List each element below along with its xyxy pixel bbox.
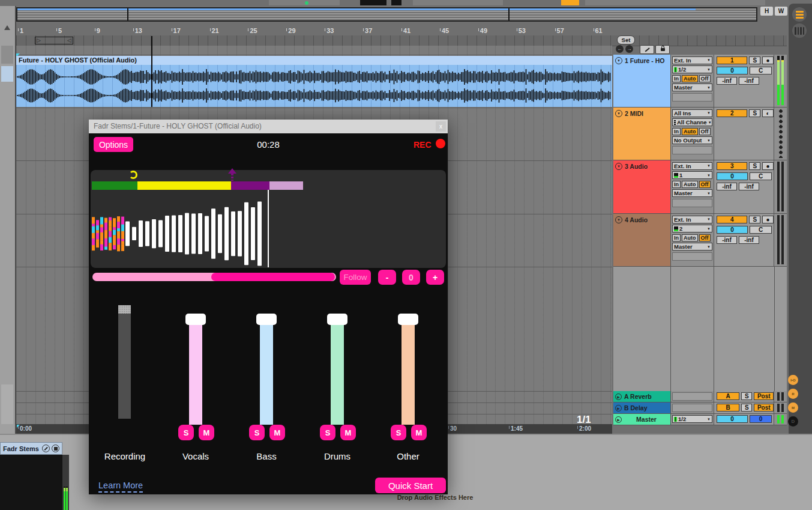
clip-title-bar[interactable]: Future - HOLY GHOST (Official Audio) xyxy=(16,56,612,65)
increment-button[interactable]: + xyxy=(426,270,444,285)
input-channel-select[interactable]: All Channe▼ xyxy=(672,118,712,126)
drums-solo-button[interactable]: S xyxy=(320,425,335,440)
master-track[interactable]: ▶ Master 1/2▼ 0 0 xyxy=(613,414,787,425)
prev-marker-button[interactable]: ← xyxy=(616,45,624,53)
vocals-slider[interactable] xyxy=(189,324,202,425)
overview-view-bracket[interactable] xyxy=(508,8,510,20)
track-number-badge[interactable]: 3 xyxy=(717,162,747,170)
monitor-auto[interactable]: Auto xyxy=(682,75,698,82)
device-slot[interactable] xyxy=(672,404,712,412)
bass-slider[interactable] xyxy=(260,324,273,425)
vocals-solo-button[interactable]: S xyxy=(178,425,194,440)
peak-level-left[interactable]: -inf xyxy=(717,183,737,190)
other-slider[interactable] xyxy=(401,324,415,425)
post-toggle[interactable]: Post xyxy=(754,404,774,411)
return-badge[interactable]: B xyxy=(717,404,739,411)
input-type-select[interactable]: Ext. In▼ xyxy=(672,216,712,223)
play-icon[interactable]: ▶ xyxy=(615,405,622,411)
peak-level-right[interactable]: -inf xyxy=(739,183,759,190)
solo-button[interactable]: S xyxy=(741,392,752,400)
browser-collapse-strip[interactable] xyxy=(0,6,16,434)
close-button[interactable]: x xyxy=(436,121,446,132)
scroll-up-icon[interactable] xyxy=(4,25,10,30)
monitor-auto[interactable]: Auto xyxy=(682,181,698,188)
fadr-stems-plugin-window[interactable]: Fadr Stems/1-Future - HOLY GHOST (Offici… xyxy=(89,120,448,494)
volume-field[interactable]: 0 xyxy=(717,67,748,74)
track-header-4[interactable]: ▼ 4 Audio Ext. In▼ 2▼ In Auto Off Master… xyxy=(613,214,787,267)
hamburger-menu-icon[interactable] xyxy=(792,7,807,22)
track-delay-box[interactable] xyxy=(672,93,712,102)
decrement-button[interactable]: - xyxy=(378,270,396,285)
loop-start-marker[interactable]: ▷ xyxy=(37,37,41,44)
input-channel-select[interactable]: 2▼ xyxy=(672,225,712,232)
track-number-badge[interactable]: 2 xyxy=(717,109,747,117)
monitor-in[interactable]: In xyxy=(672,128,681,135)
playhead[interactable] xyxy=(151,36,152,107)
track-name-cell[interactable]: ▼ 2 MIDI xyxy=(613,108,671,160)
monitor-in[interactable]: In xyxy=(672,75,681,82)
track-delay-box[interactable] xyxy=(672,146,712,154)
recording-slider-handle[interactable] xyxy=(118,305,131,314)
set-button[interactable]: Set xyxy=(617,35,635,44)
monitor-auto[interactable]: Auto xyxy=(682,234,698,241)
track-fold-icon[interactable]: ▼ xyxy=(615,110,622,117)
track-fold-icon[interactable]: ▼ xyxy=(615,57,622,64)
next-marker-button[interactable]: → xyxy=(625,45,633,53)
arrangement-overview[interactable] xyxy=(16,7,757,22)
cue-out-select[interactable]: 1/2▼ xyxy=(672,415,712,423)
track-name-cell[interactable]: ▼ 1 Future - HO xyxy=(613,55,671,107)
volume-field[interactable]: 0 xyxy=(717,226,748,234)
track-header-2[interactable]: ▼ 2 MIDI All Ins▼ All Channe▼ In Auto Of… xyxy=(613,108,787,160)
monitor-off[interactable]: Off xyxy=(699,128,711,135)
pan-field[interactable]: C xyxy=(750,67,772,74)
track-header-3[interactable]: ▼ 3 Audio Ext. In▼ 1▼ In Auto Off Master… xyxy=(613,160,787,214)
track-name-cell[interactable]: ▶ B Delay xyxy=(613,402,671,413)
return-badge[interactable]: A xyxy=(717,392,739,400)
solo-button[interactable]: S xyxy=(749,162,760,170)
delay-section-toggle[interactable]: D xyxy=(788,416,798,427)
midi-arm-button[interactable]: ◐ xyxy=(762,109,774,117)
monitor-off[interactable]: Off xyxy=(699,181,711,188)
track-fold-icon[interactable]: ▼ xyxy=(615,216,622,223)
other-solo-button[interactable]: S xyxy=(391,425,406,440)
record-indicator[interactable] xyxy=(436,139,445,148)
save-preset-icon[interactable] xyxy=(52,445,59,452)
device-title-bar[interactable]: Fadr Stems xyxy=(0,442,62,455)
width-zoom-button[interactable]: W xyxy=(775,7,787,16)
post-toggle[interactable]: Post xyxy=(754,392,774,400)
vocals-slider-handle[interactable] xyxy=(185,314,206,325)
quick-start-button[interactable]: Quick Start xyxy=(375,478,446,493)
input-type-select[interactable]: Ext. In▼ xyxy=(672,162,712,170)
plugin-playhead[interactable] xyxy=(268,190,269,267)
pan-field[interactable]: C xyxy=(750,172,772,180)
monitor-auto[interactable]: Auto xyxy=(682,128,698,135)
track-name-cell[interactable]: ▼ 3 Audio xyxy=(613,160,671,213)
plugin-device-panel[interactable] xyxy=(0,455,62,510)
drums-mute-button[interactable]: M xyxy=(340,425,356,440)
arm-button[interactable]: ● xyxy=(762,162,774,170)
other-mute-button[interactable]: M xyxy=(411,425,427,440)
peak-level-left[interactable]: -inf xyxy=(717,236,737,244)
draw-mode-button[interactable] xyxy=(640,45,654,54)
io-section-toggle[interactable]: I•O xyxy=(788,375,798,385)
empty-track-drop-zone[interactable] xyxy=(613,267,787,391)
arm-button[interactable]: ● xyxy=(762,216,774,223)
input-channel-select[interactable]: 1/2▼ xyxy=(672,65,712,73)
drums-slider-handle[interactable] xyxy=(327,314,347,325)
master-volume-field[interactable]: 0 xyxy=(717,415,748,423)
seek-bar-fill[interactable] xyxy=(211,273,335,281)
peak-level-right[interactable]: -inf xyxy=(739,236,759,244)
recording-level-slider[interactable] xyxy=(118,305,131,419)
monitor-off[interactable]: Off xyxy=(699,234,711,241)
track-number-badge[interactable]: 1 xyxy=(717,56,747,64)
monitor-off[interactable]: Off xyxy=(699,75,711,82)
track-name-cell[interactable]: ▼ 4 Audio xyxy=(613,214,671,266)
volume-field[interactable]: 0 xyxy=(717,172,748,180)
track-number-badge[interactable]: 4 xyxy=(717,216,747,223)
monitor-in[interactable]: In xyxy=(672,234,681,241)
master-cue-field[interactable]: 0 xyxy=(750,415,772,423)
track-delay-box[interactable] xyxy=(672,252,712,261)
bass-slider-handle[interactable] xyxy=(256,314,277,325)
mixer-panel-icon[interactable] xyxy=(792,23,807,38)
counter-value[interactable]: 0 xyxy=(402,270,420,285)
